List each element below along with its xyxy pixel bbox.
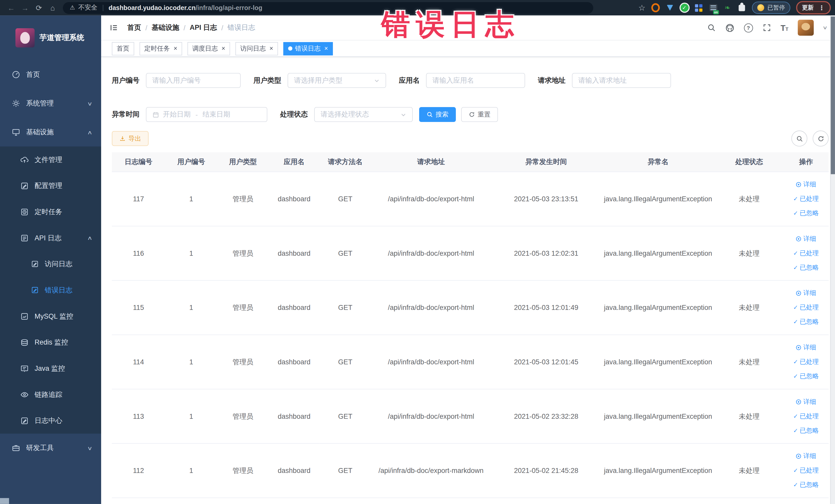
bottom-corner-chip — [0, 498, 9, 504]
tab-schedule-log[interactable]: 调度日志 × — [187, 42, 230, 55]
extension-sprout-icon[interactable]: ❧ — [723, 3, 732, 12]
tab-label: 错误日志 — [295, 44, 321, 53]
filter-row-2: 异常时间 开始日期 - 结束日期 处理状态 请选择处理状态 — [112, 107, 829, 122]
tab-scheduled-jobs[interactable]: 定时任务 × — [140, 42, 182, 55]
action-processed[interactable]: ✓已处理 — [786, 300, 827, 315]
action-ignored[interactable]: ✓已忽略 — [786, 423, 827, 438]
breadcrumb-separator: / — [221, 24, 223, 32]
cell-status: 未处理 — [715, 443, 783, 498]
extension-grid-icon[interactable] — [694, 3, 703, 12]
action-label: 详细 — [803, 449, 816, 463]
action-processed[interactable]: ✓已处理 — [786, 409, 827, 423]
browser-update-button[interactable]: 更新 ⋮ — [796, 1, 831, 14]
close-icon[interactable]: × — [222, 45, 225, 52]
browser-home-icon[interactable]: ⌂ — [46, 2, 60, 14]
action-processed[interactable]: ✓已处理 — [786, 246, 827, 261]
action-detail[interactable]: 详细 — [786, 449, 827, 463]
extension-list-icon[interactable]: on — [709, 3, 717, 12]
breadcrumb-item[interactable]: 基础设施 — [152, 23, 179, 32]
sidebar-item-error-log[interactable]: 错误日志 — [0, 277, 101, 303]
process-status-select[interactable]: 请选择处理状态 — [314, 107, 413, 122]
breadcrumb-item[interactable]: API 日志 — [190, 23, 217, 32]
close-icon[interactable]: × — [269, 45, 273, 52]
sidebar-item-system-mgmt[interactable]: 系统管理 ∨ — [0, 89, 101, 118]
tab-label: 访问日志 — [240, 44, 266, 53]
avatar-caret-icon[interactable]: ∨ — [823, 25, 828, 31]
action-processed[interactable]: ✓已处理 — [786, 192, 827, 206]
sidebar-item-label: 配置管理 — [35, 181, 62, 190]
detail-icon — [796, 290, 802, 296]
sidebar-fold-icon[interactable] — [109, 23, 119, 32]
browser-forward-icon[interactable]: → — [18, 2, 32, 14]
date-range-input[interactable]: 开始日期 - 结束日期 — [146, 107, 267, 122]
browser-back-icon[interactable]: ← — [4, 2, 18, 14]
page-scrollbar-thumb[interactable] — [831, 16, 835, 174]
font-size-icon[interactable]: TT — [780, 24, 788, 32]
sidebar-item-config-mgmt[interactable]: 配置管理 — [0, 173, 101, 199]
sidebar-item-log-center[interactable]: 日志中心 — [0, 407, 101, 434]
sidebar-item-redis-monitor[interactable]: Redis 监控 — [0, 329, 101, 355]
action-processed[interactable]: ✓已处理 — [786, 463, 827, 478]
sidebar-item-home[interactable]: 首页 — [0, 60, 101, 89]
action-detail[interactable]: 详细 — [786, 286, 827, 300]
action-detail[interactable]: 详细 — [786, 231, 827, 246]
fullscreen-icon[interactable] — [762, 23, 771, 32]
sidebar-item-trace[interactable]: 链路追踪 — [0, 381, 101, 407]
tab-access-log[interactable]: 访问日志 × — [236, 42, 278, 55]
app-logo-row[interactable]: 芋道管理系统 — [0, 15, 101, 60]
reset-button[interactable]: 重置 — [461, 107, 498, 122]
action-detail[interactable]: 详细 — [786, 177, 827, 192]
bookmark-star-icon[interactable]: ☆ — [638, 3, 646, 12]
browser-menu-icon[interactable]: ⋮ — [819, 4, 825, 12]
export-button[interactable]: 导出 — [112, 131, 149, 146]
request-url-input[interactable]: 请输入请求地址 — [572, 73, 671, 88]
sidebar-item-infrastructure[interactable]: 基础设施 ∧ — [0, 118, 101, 147]
browser-reload-icon[interactable]: ⟳ — [32, 2, 46, 14]
app-frame: 芋道管理系统 首页 系统管理 ∨ 基础设施 ∧ — [0, 15, 835, 504]
action-ignored[interactable]: ✓已忽略 — [786, 478, 827, 492]
close-icon[interactable]: × — [324, 45, 328, 52]
sidebar-item-api-log[interactable]: API 日志 ∧ — [0, 225, 101, 251]
user-type-select[interactable]: 请选择用户类型 — [287, 73, 386, 88]
sidebar-item-java-monitor[interactable]: Java 监控 — [0, 355, 101, 382]
sidebar-item-mysql-monitor[interactable]: MySQL 监控 — [0, 303, 101, 329]
sidebar-item-file-mgmt[interactable]: 文件管理 — [0, 147, 101, 173]
breadcrumb-item[interactable]: 首页 — [127, 23, 141, 32]
extension-orange-icon[interactable] — [651, 3, 660, 12]
column-header: 日志编号 — [112, 152, 165, 172]
toggle-search-button[interactable] — [791, 130, 807, 146]
extensions-puzzle-icon[interactable] — [737, 3, 746, 12]
detail-icon — [796, 399, 802, 405]
action-ignored[interactable]: ✓已忽略 — [786, 261, 827, 275]
search-icon[interactable] — [707, 23, 716, 32]
cell-url: /api/infra/db-doc/export-html — [371, 280, 491, 335]
paused-extension-pill[interactable]: 已暂停 — [752, 2, 790, 14]
user-avatar[interactable] — [798, 20, 814, 36]
extension-check-icon[interactable]: ✓ — [680, 3, 688, 12]
sidebar-item-label: 基础设施 — [26, 127, 54, 137]
action-ignored[interactable]: ✓已忽略 — [786, 315, 827, 329]
refresh-table-button[interactable] — [813, 130, 829, 146]
placeholder-text: 请选择处理状态 — [321, 109, 369, 119]
cell-method: GET — [320, 226, 371, 281]
sidebar-item-label: MySQL 监控 — [35, 311, 73, 321]
action-ignored[interactable]: ✓已忽略 — [786, 206, 827, 221]
github-icon[interactable] — [725, 23, 734, 32]
sidebar-item-access-log[interactable]: 访问日志 — [0, 251, 101, 277]
tab-home[interactable]: 首页 — [112, 42, 134, 55]
sidebar-item-scheduled-jobs[interactable]: 定时任务 — [0, 199, 101, 225]
close-icon[interactable]: × — [174, 45, 177, 52]
cell-status: 未处理 — [715, 335, 783, 389]
column-header: 请求方法名 — [320, 152, 371, 172]
action-processed[interactable]: ✓已处理 — [786, 355, 827, 369]
search-button[interactable]: 搜索 — [419, 107, 456, 122]
extension-drop-icon[interactable] — [666, 3, 674, 12]
help-icon[interactable]: ? — [744, 23, 753, 32]
user-id-input[interactable]: 请输入用户编号 — [146, 73, 241, 88]
sidebar-item-dev-tools[interactable]: 研发工具 ∨ — [0, 434, 101, 462]
app-name-input[interactable]: 请输入应用名 — [426, 73, 525, 88]
action-detail[interactable]: 详细 — [786, 395, 827, 409]
action-detail[interactable]: 详细 — [786, 340, 827, 355]
tab-error-log[interactable]: 错误日志 × — [283, 42, 333, 55]
action-ignored[interactable]: ✓已忽略 — [786, 369, 827, 384]
